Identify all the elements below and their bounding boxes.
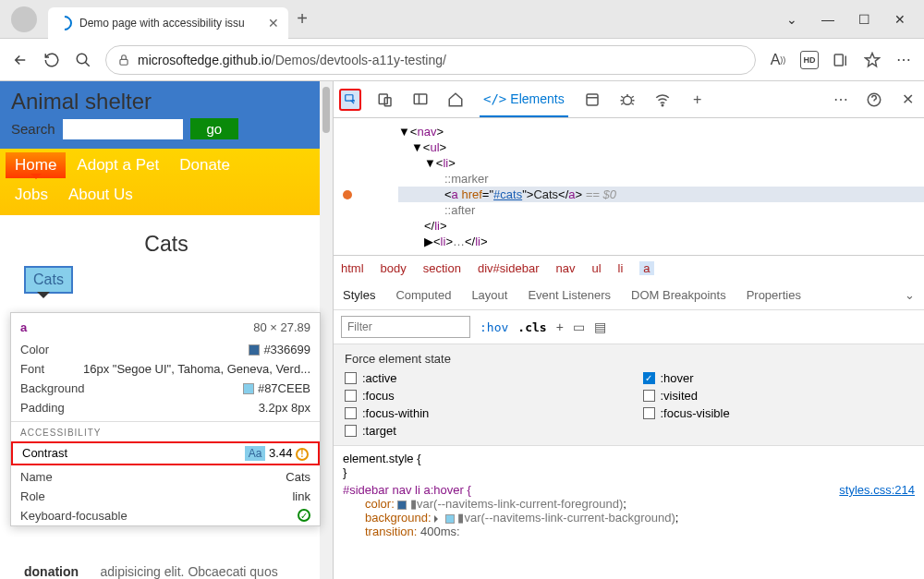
warning-icon: ! — [296, 448, 309, 461]
css-rules[interactable]: element.style { } styles.css:214#sidebar… — [334, 446, 924, 544]
svg-rect-2 — [834, 54, 843, 66]
go-button[interactable]: go — [190, 118, 239, 139]
breadcrumb[interactable]: html body section div#sidebar nav ul li … — [334, 255, 924, 281]
network-icon[interactable] — [651, 89, 674, 111]
address-bar[interactable]: microsoftedge.github.io/Demos/devtools-a… — [105, 45, 756, 75]
nav-adopt[interactable]: Adopt a Pet — [67, 152, 168, 178]
close-tab-icon[interactable]: ✕ — [268, 16, 279, 30]
chevron-down-icon[interactable]: ⌄ — [786, 12, 797, 27]
svg-point-9 — [662, 104, 663, 106]
nav-donate[interactable]: Donate — [170, 152, 239, 178]
url-domain: microsoftedge.github.io — [138, 53, 272, 67]
welcome-tab-icon[interactable] — [444, 89, 467, 111]
state-visited[interactable]: :visited — [643, 389, 914, 403]
add-tab-button[interactable]: + — [687, 89, 709, 111]
page-title: Animal shelter — [11, 89, 322, 115]
edge-favicon — [55, 12, 76, 33]
inspect-tooltip: a 80 × 27.89 Color#336699 Font16px "Sego… — [10, 312, 321, 526]
more-menu-icon[interactable]: ⋯ — [894, 51, 913, 69]
layout-tab[interactable]: Layout — [471, 288, 507, 302]
state-hover[interactable]: ✓:hover — [643, 371, 914, 385]
state-focus-visible[interactable]: :focus-visible — [643, 406, 914, 420]
force-state-label: Force element state — [345, 352, 913, 366]
state-target[interactable]: :target — [345, 424, 615, 438]
lock-icon — [117, 54, 130, 66]
close-devtools-icon[interactable]: ✕ — [896, 89, 918, 111]
favorite-icon[interactable] — [863, 51, 881, 69]
bug-icon[interactable] — [616, 89, 638, 111]
section-heading: Cats — [0, 232, 333, 257]
nav-home[interactable]: Home — [6, 152, 66, 178]
tooltip-dimensions: 80 × 27.89 — [253, 320, 310, 334]
computed-styles-icon[interactable]: ▭ — [573, 320, 585, 334]
sources-tab-icon[interactable] — [581, 89, 603, 111]
state-focus[interactable]: :focus — [345, 389, 615, 403]
event-listeners-tab[interactable]: Event Listeners — [528, 288, 611, 302]
elements-tab[interactable]: </>Elements — [480, 82, 568, 117]
nav-jobs[interactable]: Jobs — [6, 182, 57, 208]
add-rule-icon[interactable]: + — [556, 320, 564, 334]
url-path: /Demos/devtools-a11y-testing/ — [272, 53, 446, 67]
profile-avatar[interactable] — [11, 6, 37, 32]
svg-rect-6 — [414, 94, 427, 104]
back-button[interactable] — [11, 51, 30, 69]
tooltip-tag: a — [20, 320, 27, 334]
computed-tab[interactable]: Computed — [395, 288, 451, 302]
device-toolbar-button[interactable] — [374, 89, 396, 111]
collections-icon[interactable] — [832, 51, 850, 69]
help-icon[interactable] — [863, 89, 885, 111]
toggle-panel-icon[interactable]: ▤ — [594, 320, 606, 334]
cls-toggle[interactable]: .cls — [517, 320, 546, 334]
hov-toggle[interactable]: :hov — [480, 320, 508, 334]
close-window-icon[interactable]: ✕ — [894, 12, 906, 27]
check-icon: ✓ — [298, 509, 310, 522]
svg-rect-7 — [587, 94, 598, 105]
minimize-icon[interactable]: — — [821, 12, 834, 27]
inspect-element-button[interactable] — [339, 89, 361, 111]
contrast-row: Contrast Aa 3.44 ! — [11, 441, 320, 465]
dom-breakpoints-tab[interactable]: DOM Breakpoints — [631, 288, 726, 302]
dock-side-icon[interactable] — [409, 89, 432, 111]
refresh-button[interactable] — [43, 51, 61, 69]
browser-tab[interactable]: Demo page with accessibility issu ✕ — [48, 7, 288, 39]
styles-tab[interactable]: Styles — [343, 288, 375, 302]
hd-icon[interactable]: HD — [800, 51, 819, 69]
state-active[interactable]: :active — [345, 371, 615, 385]
svg-point-0 — [77, 54, 87, 64]
chevron-down-icon[interactable]: ⌄ — [905, 288, 915, 302]
svg-point-8 — [623, 96, 631, 104]
search-label: Search — [11, 121, 55, 137]
state-focus-within[interactable]: :focus-within — [345, 406, 615, 420]
devtools-more-icon[interactable]: ⋯ — [830, 89, 852, 111]
source-link[interactable]: styles.css:214 — [839, 483, 915, 497]
nav-about[interactable]: About Us — [59, 182, 142, 208]
page-scrollbar[interactable] — [320, 81, 333, 579]
search-button[interactable] — [74, 51, 92, 69]
dom-tree[interactable]: ▼<nav> ▼<ul> ▼<li> ::marker <a href="#ca… — [334, 118, 924, 255]
tab-title: Demo page with accessibility issu — [79, 17, 261, 30]
svg-rect-4 — [379, 94, 387, 104]
donation-preview: donation adipisicing elit. Obcaecati quo… — [24, 564, 310, 579]
new-tab-button[interactable]: + — [288, 8, 316, 30]
sidebar-link-cats[interactable]: Cats — [24, 266, 73, 294]
svg-rect-1 — [120, 59, 128, 65]
maximize-icon[interactable]: ☐ — [858, 12, 870, 27]
search-input[interactable] — [63, 119, 183, 139]
properties-tab[interactable]: Properties — [747, 288, 801, 302]
svg-rect-3 — [346, 94, 353, 100]
styles-filter-input[interactable] — [341, 316, 470, 338]
read-aloud-icon[interactable]: A)) — [769, 51, 787, 69]
